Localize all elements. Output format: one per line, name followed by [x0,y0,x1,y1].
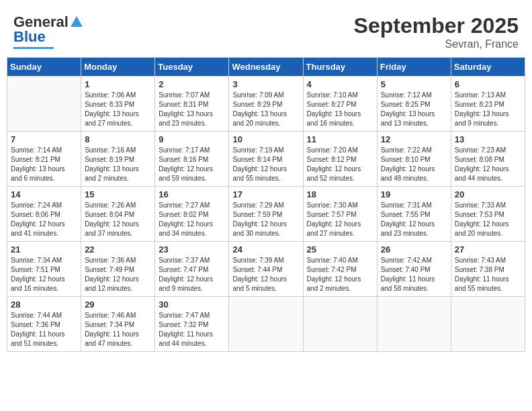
day-info: Sunrise: 7:47 AM Sunset: 7:32 PM Dayligh… [159,311,225,349]
day-number: 26 [381,244,447,255]
day-info: Sunrise: 7:22 AM Sunset: 8:10 PM Dayligh… [381,146,447,183]
day-info: Sunrise: 7:23 AM Sunset: 8:08 PM Dayligh… [455,146,521,183]
day-number: 10 [232,134,299,144]
calendar-week-4: 21Sunrise: 7:34 AM Sunset: 7:51 PM Dayli… [7,242,525,297]
day-info: Sunrise: 7:31 AM Sunset: 7:55 PM Dayligh… [381,201,447,238]
table-row: 6Sunrise: 7:13 AM Sunset: 8:23 PM Daylig… [451,77,525,132]
day-number: 25 [307,244,373,255]
day-info: Sunrise: 7:46 AM Sunset: 7:34 PM Dayligh… [85,311,151,349]
day-info: Sunrise: 7:40 AM Sunset: 7:42 PM Dayligh… [307,256,373,293]
col-friday: Friday [377,58,451,77]
logo: General Blue [13,13,84,49]
table-row: 24Sunrise: 7:39 AM Sunset: 7:44 PM Dayli… [229,242,303,297]
day-info: Sunrise: 7:33 AM Sunset: 7:53 PM Dayligh… [455,201,521,238]
table-row: 5Sunrise: 7:12 AM Sunset: 8:25 PM Daylig… [377,77,451,132]
day-number: 18 [307,189,373,199]
table-row [303,297,377,352]
day-info: Sunrise: 7:19 AM Sunset: 8:14 PM Dayligh… [232,146,299,183]
col-saturday: Saturday [451,58,525,77]
table-row [7,77,81,132]
day-number: 24 [232,244,299,255]
table-row: 4Sunrise: 7:10 AM Sunset: 8:27 PM Daylig… [303,77,377,132]
table-row: 21Sunrise: 7:34 AM Sunset: 7:51 PM Dayli… [7,242,81,297]
col-monday: Monday [81,58,155,77]
day-number: 29 [85,300,151,310]
day-info: Sunrise: 7:17 AM Sunset: 8:16 PM Dayligh… [159,146,225,183]
day-info: Sunrise: 7:09 AM Sunset: 8:29 PM Dayligh… [232,91,299,128]
day-info: Sunrise: 7:42 AM Sunset: 7:40 PM Dayligh… [381,256,447,293]
day-number: 1 [85,79,151,89]
table-row: 22Sunrise: 7:36 AM Sunset: 7:49 PM Dayli… [81,242,155,297]
day-number: 3 [232,79,299,89]
table-row: 15Sunrise: 7:26 AM Sunset: 8:04 PM Dayli… [81,187,155,242]
page-header: General Blue September 2025 Sevran, Fran… [7,7,525,54]
table-row: 19Sunrise: 7:31 AM Sunset: 7:55 PM Dayli… [377,187,451,242]
day-number: 27 [455,244,521,255]
calendar-week-1: 1Sunrise: 7:06 AM Sunset: 8:33 PM Daylig… [7,77,525,132]
day-info: Sunrise: 7:14 AM Sunset: 8:21 PM Dayligh… [11,146,77,183]
table-row: 7Sunrise: 7:14 AM Sunset: 8:21 PM Daylig… [7,132,81,187]
table-row: 11Sunrise: 7:20 AM Sunset: 8:12 PM Dayli… [303,132,377,187]
logo-icon [69,15,84,30]
calendar-table: Sunday Monday Tuesday Wednesday Thursday… [7,57,525,352]
day-number: 4 [307,79,373,89]
day-info: Sunrise: 7:24 AM Sunset: 8:06 PM Dayligh… [11,201,77,238]
table-row: 2Sunrise: 7:07 AM Sunset: 8:31 PM Daylig… [155,77,229,132]
table-row: 29Sunrise: 7:46 AM Sunset: 7:34 PM Dayli… [81,297,155,352]
table-row: 18Sunrise: 7:30 AM Sunset: 7:57 PM Dayli… [303,187,377,242]
day-number: 9 [159,134,225,144]
day-info: Sunrise: 7:16 AM Sunset: 8:19 PM Dayligh… [85,146,151,183]
day-number: 20 [455,189,521,199]
day-info: Sunrise: 7:30 AM Sunset: 7:57 PM Dayligh… [307,201,373,238]
day-number: 14 [11,189,77,199]
day-info: Sunrise: 7:36 AM Sunset: 7:49 PM Dayligh… [85,256,151,293]
day-number: 12 [381,134,447,144]
table-row: 10Sunrise: 7:19 AM Sunset: 8:14 PM Dayli… [229,132,303,187]
day-number: 8 [85,134,151,144]
table-row: 30Sunrise: 7:47 AM Sunset: 7:32 PM Dayli… [155,297,229,352]
calendar-subtitle: Sevran, France [354,38,519,50]
table-row: 13Sunrise: 7:23 AM Sunset: 8:08 PM Dayli… [451,132,525,187]
table-row: 17Sunrise: 7:29 AM Sunset: 7:59 PM Dayli… [229,187,303,242]
table-row: 3Sunrise: 7:09 AM Sunset: 8:29 PM Daylig… [229,77,303,132]
col-wednesday: Wednesday [229,58,303,77]
table-row [451,297,525,352]
table-row: 14Sunrise: 7:24 AM Sunset: 8:06 PM Dayli… [7,187,81,242]
table-row: 20Sunrise: 7:33 AM Sunset: 7:53 PM Dayli… [451,187,525,242]
col-thursday: Thursday [303,58,377,77]
table-row: 25Sunrise: 7:40 AM Sunset: 7:42 PM Dayli… [303,242,377,297]
day-info: Sunrise: 7:29 AM Sunset: 7:59 PM Dayligh… [232,201,299,238]
day-number: 5 [381,79,447,89]
day-number: 13 [455,134,521,144]
title-section: September 2025 Sevran, France [354,13,519,50]
table-row: 23Sunrise: 7:37 AM Sunset: 7:47 PM Dayli… [155,242,229,297]
day-number: 2 [159,79,225,89]
table-row: 12Sunrise: 7:22 AM Sunset: 8:10 PM Dayli… [377,132,451,187]
day-info: Sunrise: 7:27 AM Sunset: 8:02 PM Dayligh… [159,201,225,238]
day-info: Sunrise: 7:06 AM Sunset: 8:33 PM Dayligh… [85,91,151,128]
day-info: Sunrise: 7:26 AM Sunset: 8:04 PM Dayligh… [85,201,151,238]
day-info: Sunrise: 7:37 AM Sunset: 7:47 PM Dayligh… [159,256,225,293]
day-number: 22 [85,244,151,255]
day-info: Sunrise: 7:10 AM Sunset: 8:27 PM Dayligh… [307,91,373,128]
day-info: Sunrise: 7:20 AM Sunset: 8:12 PM Dayligh… [307,146,373,183]
day-number: 28 [11,300,77,310]
day-number: 11 [307,134,373,144]
day-info: Sunrise: 7:44 AM Sunset: 7:36 PM Dayligh… [11,311,77,349]
table-row: 28Sunrise: 7:44 AM Sunset: 7:36 PM Dayli… [7,297,81,352]
table-row [377,297,451,352]
table-row [229,297,303,352]
day-number: 17 [232,189,299,199]
table-row: 8Sunrise: 7:16 AM Sunset: 8:19 PM Daylig… [81,132,155,187]
day-info: Sunrise: 7:39 AM Sunset: 7:44 PM Dayligh… [232,256,299,293]
calendar-week-3: 14Sunrise: 7:24 AM Sunset: 8:06 PM Dayli… [7,187,525,242]
day-number: 19 [381,189,447,199]
day-info: Sunrise: 7:12 AM Sunset: 8:25 PM Dayligh… [381,91,447,128]
calendar-week-5: 28Sunrise: 7:44 AM Sunset: 7:36 PM Dayli… [7,297,525,352]
day-number: 6 [455,79,521,89]
col-sunday: Sunday [7,58,81,77]
day-info: Sunrise: 7:13 AM Sunset: 8:23 PM Dayligh… [455,91,521,128]
logo-underline [13,47,54,49]
day-info: Sunrise: 7:34 AM Sunset: 7:51 PM Dayligh… [11,256,77,293]
table-row: 1Sunrise: 7:06 AM Sunset: 8:33 PM Daylig… [81,77,155,132]
